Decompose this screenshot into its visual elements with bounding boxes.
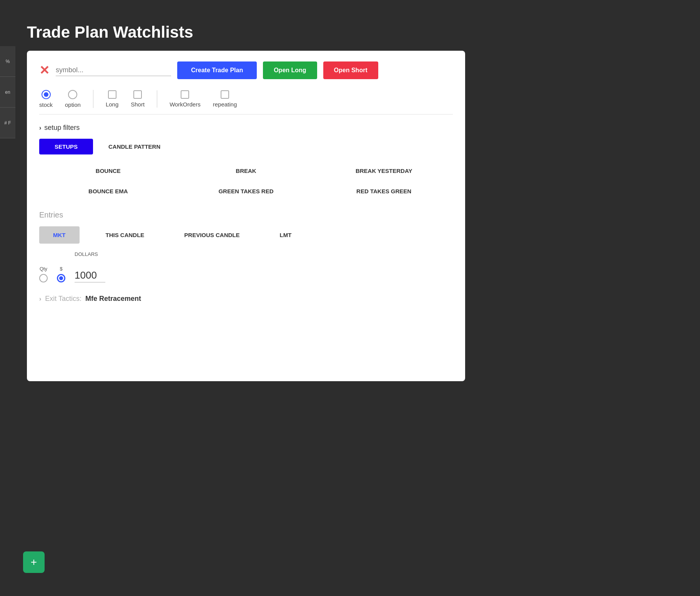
- setup-option-bounce[interactable]: BOUNCE: [39, 164, 177, 178]
- setup-option-red-takes-green[interactable]: RED TAKES GREEN: [315, 184, 453, 198]
- entry-btn-mkt[interactable]: MKT: [39, 226, 80, 244]
- exit-tactics-value: Mfe Retracement: [85, 295, 141, 303]
- qty-col-qty: Qty: [39, 266, 48, 282]
- setup-option-green-takes-red[interactable]: GREEN TAKES RED: [177, 184, 315, 198]
- radio-stock-circle[interactable]: [42, 90, 51, 99]
- checkbox-workorders[interactable]: WorkOrders: [170, 90, 201, 108]
- entry-btn-this-candle[interactable]: THIS CANDLE: [92, 226, 158, 244]
- filter-type-row: stock option Long Short: [39, 90, 453, 115]
- checkbox-group-2: WorkOrders repeating: [157, 90, 249, 108]
- qty-value: 1000: [75, 269, 105, 282]
- checkbox-repeating[interactable]: repeating: [213, 90, 237, 108]
- exit-tactics-row[interactable]: › Exit Tactics: Mfe Retracement: [39, 295, 453, 303]
- dollars-radio-label: $: [60, 266, 62, 272]
- qty-radio-dollars[interactable]: [57, 274, 65, 282]
- setup-option-break-yesterday[interactable]: BREAK YESTERDAY: [315, 164, 453, 178]
- open-long-button[interactable]: Open Long: [263, 61, 317, 79]
- radio-group: stock option: [39, 90, 93, 108]
- radio-option[interactable]: option: [65, 90, 81, 108]
- exit-tactics-chevron-icon: ›: [39, 296, 41, 302]
- checkbox-workorders-box[interactable]: [181, 90, 189, 99]
- checkbox-short[interactable]: Short: [131, 90, 145, 108]
- radio-option-circle[interactable]: [68, 90, 77, 99]
- qty-col-dollars-radio: $: [57, 266, 65, 282]
- tab-row: SETUPS CANDLE PATTERN: [39, 139, 453, 154]
- main-panel: ✕ Create Trade Plan Open Long Open Short…: [27, 51, 465, 381]
- checkbox-repeating-box[interactable]: [221, 90, 229, 99]
- qty-radio-qty[interactable]: [39, 274, 48, 282]
- entries-label: Entries: [39, 211, 453, 219]
- setup-options-grid: BOUNCE BREAK BREAK YESTERDAY BOUNCE EMA …: [39, 164, 453, 198]
- open-short-button[interactable]: Open Short: [323, 61, 378, 79]
- radio-stock-label: stock: [39, 101, 53, 108]
- setup-filters-toggle[interactable]: › setup filters: [39, 124, 453, 132]
- radio-stock[interactable]: stock: [39, 90, 53, 108]
- setup-filters-label: setup filters: [44, 124, 80, 132]
- setup-option-bounce-ema[interactable]: BOUNCE EMA: [39, 184, 177, 198]
- dollars-text-label: DOLLARS: [75, 251, 98, 257]
- tab-setups[interactable]: SETUPS: [39, 139, 93, 154]
- add-button[interactable]: +: [23, 551, 45, 573]
- checkbox-group-1: Long Short: [93, 90, 157, 108]
- clear-button[interactable]: ✕: [39, 64, 50, 76]
- checkbox-workorders-label: WorkOrders: [170, 101, 201, 108]
- exit-tactics-prefix: Exit Tactics:: [45, 295, 81, 303]
- symbol-input[interactable]: [56, 65, 171, 76]
- qty-label: Qty: [40, 266, 47, 272]
- entry-btn-previous-candle[interactable]: PREVIOUS CANDLE: [170, 226, 253, 244]
- entry-btn-lmt[interactable]: LMT: [266, 226, 306, 244]
- checkbox-long-box[interactable]: [108, 90, 116, 99]
- chevron-right-icon: ›: [39, 125, 41, 131]
- tab-candle-pattern[interactable]: CANDLE PATTERN: [93, 139, 176, 154]
- radio-option-label: option: [65, 101, 81, 108]
- sidebar-item-hash[interactable]: # F: [0, 108, 15, 138]
- checkbox-long[interactable]: Long: [106, 90, 118, 108]
- page-title: Trade Plan Watchlists: [27, 23, 465, 42]
- entry-btn-row: MKT THIS CANDLE PREVIOUS CANDLE LMT: [39, 226, 453, 244]
- qty-row: Qty $ DOLLARS 1000: [39, 251, 453, 282]
- checkbox-repeating-label: repeating: [213, 101, 237, 108]
- setup-option-break[interactable]: BREAK: [177, 164, 315, 178]
- checkbox-long-label: Long: [106, 101, 118, 108]
- header-row: ✕ Create Trade Plan Open Long Open Short: [39, 61, 453, 79]
- checkbox-short-box[interactable]: [133, 90, 142, 99]
- sidebar-item-percent[interactable]: %: [0, 46, 15, 77]
- sidebar-item-en[interactable]: en: [0, 77, 15, 108]
- create-trade-plan-button[interactable]: Create Trade Plan: [177, 61, 257, 79]
- checkbox-short-label: Short: [131, 101, 145, 108]
